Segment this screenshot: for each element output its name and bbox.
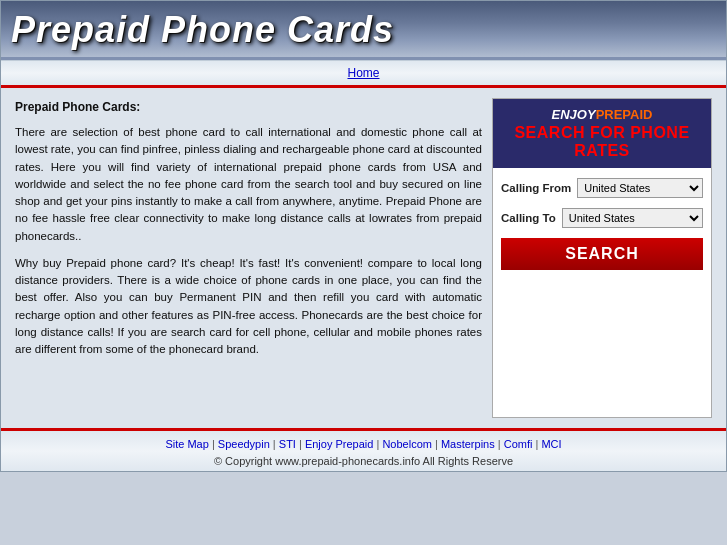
footer-link-speedypin[interactable]: Speedypin [218,438,270,450]
calling-to-select[interactable]: United States Canada United Kingdom Aust… [562,208,703,228]
navbar: Home [1,60,726,88]
footer-links: Site Map | Speedypin | STI | Enjoy Prepa… [1,437,726,451]
footer-link-enjoyprepaid[interactable]: Enjoy Prepaid [305,438,374,450]
site-header: Prepaid Phone Cards [1,1,726,60]
footer-link-nobelcom[interactable]: Nobelcom [382,438,432,450]
footer-link-sti[interactable]: STI [279,438,296,450]
widget-header: ENJOYPREPAID SEARCH FOR PHONE RATES [493,99,711,168]
search-button[interactable]: SEARCH [501,238,703,270]
footer: Site Map | Speedypin | STI | Enjoy Prepa… [1,428,726,471]
footer-link-sitemap[interactable]: Site Map [165,438,208,450]
widget-search-title: SEARCH FOR PHONE RATES [499,124,705,160]
footer-link-comfi[interactable]: Comfi [504,438,533,450]
search-widget: ENJOYPREPAID SEARCH FOR PHONE RATES Call… [492,98,712,418]
site-title: Prepaid Phone Cards [11,9,716,51]
calling-to-label: Calling To [501,212,556,224]
widget-body: Calling From United States Canada United… [493,168,711,280]
main-content: Prepaid Phone Cards: There are selection… [1,88,726,428]
calling-from-row: Calling From United States Canada United… [501,178,703,198]
left-content: Prepaid Phone Cards: There are selection… [15,98,482,418]
nav-home[interactable]: Home [347,66,379,80]
calling-from-label: Calling From [501,182,571,194]
footer-link-masterpins[interactable]: Masterpins [441,438,495,450]
copyright-text: © Copyright www.prepaid-phonecards.info … [1,455,726,467]
footer-link-mci[interactable]: MCI [541,438,561,450]
calling-from-select[interactable]: United States Canada United Kingdom Aust… [577,178,703,198]
content-heading: Prepaid Phone Cards: [15,98,482,116]
calling-to-row: Calling To United States Canada United K… [501,208,703,228]
content-paragraph-1: There are selection of best phone card t… [15,124,482,245]
enjoy-label: ENJOY [552,107,596,122]
prepaid-label: PREPAID [596,107,653,122]
content-paragraph-2: Why buy Prepaid phone card? It's cheap! … [15,255,482,359]
